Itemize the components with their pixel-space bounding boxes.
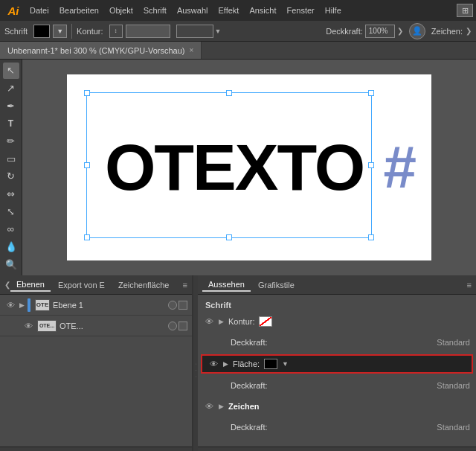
layer-row-ebene1[interactable]: 👁 ▶ OTE Ebene 1 xyxy=(0,295,192,316)
deckkraft1-label: Deckkraft: xyxy=(231,338,268,347)
toolbar-user-icon[interactable]: 👤 xyxy=(409,23,425,39)
menu-fenster[interactable]: Fenster xyxy=(282,4,318,16)
menu-schrift[interactable]: Schrift xyxy=(139,4,171,16)
workspace-icon[interactable]: ⊞ xyxy=(457,4,473,17)
ebenen-panel: ❮ Ebenen Export von E Zeichenfläche ≡ 👁 … xyxy=(0,275,193,451)
flaeche-visibility[interactable]: 👁 xyxy=(208,359,219,369)
layer-row-ote[interactable]: 👁 OTE... OTE... xyxy=(0,316,192,336)
aussehen-menu-icon[interactable]: ≡ xyxy=(467,281,472,290)
layer-eye-icon[interactable]: 👁 xyxy=(4,299,16,311)
toolbar-deckkraft-input[interactable]: 100% xyxy=(365,25,395,38)
aussehen-row-zeichen: 👁 ▶ Zeichen xyxy=(198,396,476,417)
kontur-label: Kontur: xyxy=(228,317,254,326)
tool-type[interactable]: T xyxy=(3,115,19,132)
tool-brush[interactable]: ✏ xyxy=(3,133,19,150)
ebenen-footer: 1 Ebene 📄 🔍 🗑 xyxy=(0,447,192,451)
toolbar-kontur-style[interactable]: ▼ xyxy=(176,25,222,38)
tabbar: Unbenannt-1* bei 300 % (CMYK/GPU-Vorscha… xyxy=(0,42,476,60)
tool-scale[interactable]: ⤡ xyxy=(3,203,19,220)
tab-zeichenflaeche[interactable]: Zeichenfläche xyxy=(112,279,176,291)
handle-tl[interactable] xyxy=(84,90,90,96)
toolbar-font-color[interactable] xyxy=(33,25,50,38)
canvas-hash: # xyxy=(384,133,417,202)
toolbar: Schrift ▼ Kontur: ↕ ▼ Deckkraft: 100% ❯ … xyxy=(0,21,476,42)
handle-bc[interactable] xyxy=(226,234,232,240)
kontur-visibility[interactable]: 👁 xyxy=(204,316,214,327)
layer-sub-icons xyxy=(168,322,187,330)
aussehen-row-deckkraft2: Deckkraft: Standard xyxy=(198,375,476,396)
toolbar-schrift-label: Schrift xyxy=(4,27,28,36)
toolbar-font-dropdown[interactable]: ▼ xyxy=(53,25,67,38)
canvas-main-text: OTEXTO xyxy=(105,135,364,200)
toolbar-deckkraft-arrow[interactable]: ❯ xyxy=(397,27,403,35)
layer-sub-thumbnail: OTE... xyxy=(37,320,57,332)
layer-sub-name: OTE... xyxy=(60,322,165,330)
deckkraft3-value: Standard xyxy=(437,423,470,432)
tool-select[interactable]: ↖ xyxy=(3,63,19,79)
layer-expand-arrow[interactable]: ▶ xyxy=(19,301,25,309)
tool-direct-select[interactable]: ↗ xyxy=(3,80,19,97)
document-tab[interactable]: Unbenannt-1* bei 300 % (CMYK/GPU-Vorscha… xyxy=(0,42,202,59)
handle-tr[interactable] xyxy=(368,90,374,96)
canvas-area: OTEXTO # xyxy=(22,60,476,275)
kontur-color-box[interactable] xyxy=(259,316,272,327)
handle-br[interactable] xyxy=(368,234,374,240)
deckkraft2-value: Standard xyxy=(437,381,470,390)
toolbar-zeichen-label: Zeichen: xyxy=(431,27,463,36)
aussehen-row-deckkraft1: Deckkraft: Standard xyxy=(198,332,476,353)
menu-auswahl[interactable]: Auswahl xyxy=(173,4,213,16)
handle-tc[interactable] xyxy=(226,90,232,96)
aussehen-header: Aussehen Grafikstile ≡ xyxy=(198,275,476,295)
handle-ml[interactable] xyxy=(84,162,90,168)
toolbar-separator xyxy=(71,24,72,39)
tab-close-button[interactable]: × xyxy=(189,46,193,54)
menu-bearbeiten[interactable]: Bearbeiten xyxy=(55,4,103,16)
tool-zoom[interactable]: 🔍 xyxy=(3,256,19,272)
flaeche-expand[interactable]: ▶ xyxy=(223,360,228,368)
menu-objekt[interactable]: Objekt xyxy=(105,4,138,16)
toolbar-kontur-input[interactable] xyxy=(126,25,170,38)
layer-name-ebene1: Ebene 1 xyxy=(53,301,165,310)
zeichen-expand[interactable]: ▶ xyxy=(219,403,224,410)
handle-mr[interactable] xyxy=(368,162,374,168)
tool-blend[interactable]: ∞ xyxy=(3,221,19,237)
layer-icon-circle xyxy=(168,301,177,310)
toolbar-kontur-dropdown[interactable]: ↕ xyxy=(109,25,123,38)
tool-pen[interactable]: ✒ xyxy=(3,97,19,114)
deckkraft2-label: Deckkraft: xyxy=(231,381,268,390)
tab-export[interactable]: Export von E xyxy=(52,279,111,291)
zeichen-visibility[interactable]: 👁 xyxy=(204,401,214,412)
tool-rotate[interactable]: ↻ xyxy=(3,168,19,185)
handle-bl[interactable] xyxy=(84,234,90,240)
tool-mirror[interactable]: ⇔ xyxy=(3,186,19,202)
menu-ansicht[interactable]: Ansicht xyxy=(245,4,280,16)
aussehen-row-flaeche[interactable]: 👁 ▶ Fläche: ▼ xyxy=(201,354,473,374)
tab-aussehen[interactable]: Aussehen xyxy=(202,278,251,292)
menu-hilfe[interactable]: Hilfe xyxy=(321,4,346,16)
layer-thumbnail: OTE xyxy=(35,299,50,311)
menu-datei[interactable]: Datei xyxy=(25,4,54,16)
layer-icon-square xyxy=(178,301,187,310)
tab-grafikstile[interactable]: Grafikstile xyxy=(252,279,300,291)
menu-effekt[interactable]: Effekt xyxy=(213,4,243,16)
canvas: OTEXTO # xyxy=(67,74,431,260)
tool-eyedrop[interactable]: 💧 xyxy=(3,239,19,255)
toolbar-deckkraft: Deckkraft: 100% ❯ xyxy=(326,25,403,38)
menubar: Ai Datei Bearbeiten Objekt Schrift Auswa… xyxy=(0,0,476,21)
flaeche-color-box[interactable] xyxy=(264,359,277,369)
main-area: ↖ ↗ ✒ T ✏ ▭ ↻ ⇔ ⤡ ∞ 💧 🔍 OTEXTO # xyxy=(0,60,476,275)
kontur-expand[interactable]: ▶ xyxy=(219,318,224,325)
tools-panel: ↖ ↗ ✒ T ✏ ▭ ↻ ⇔ ⤡ ∞ 💧 🔍 xyxy=(0,60,22,275)
tool-shape[interactable]: ▭ xyxy=(3,150,19,167)
ebenen-menu-icon[interactable]: ≡ xyxy=(183,281,187,290)
flaeche-label: Fläche: xyxy=(233,359,260,368)
aussehen-section-title: Schrift xyxy=(198,298,476,311)
bottom-panels: ❮ Ebenen Export von E Zeichenfläche ≡ 👁 … xyxy=(0,275,476,451)
tab-title: Unbenannt-1* bei 300 % (CMYK/GPU-Vorscha… xyxy=(7,46,184,55)
tab-ebenen[interactable]: Ebenen xyxy=(10,278,51,292)
panel-collapse-left[interactable]: ❮ xyxy=(4,281,9,289)
deckkraft3-label: Deckkraft: xyxy=(231,423,268,432)
flaeche-dropdown[interactable]: ▼ xyxy=(282,360,289,368)
layer-sub-eye-icon[interactable]: 👁 xyxy=(22,320,34,332)
layer-icons xyxy=(168,301,187,310)
